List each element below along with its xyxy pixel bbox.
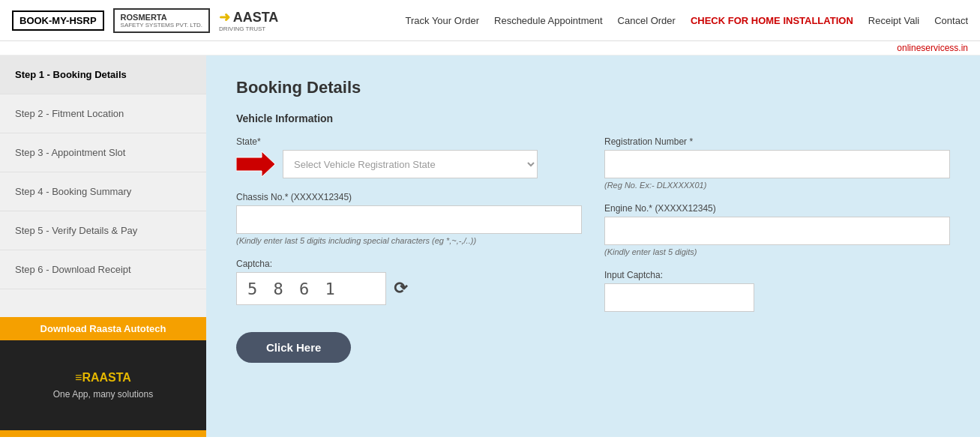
- logo-aasta[interactable]: ➜ AASTA DRIVING TRUST: [219, 9, 278, 32]
- input-captcha-field-group: Input Captcha:: [604, 270, 950, 312]
- logo-aasta-text: AASTA: [233, 10, 279, 25]
- sidebar-ad-tagline: One App, many solutions: [53, 389, 153, 400]
- refresh-captcha-icon[interactable]: ⟳: [394, 279, 407, 298]
- svg-marker-0: [236, 151, 275, 177]
- reg-label: Registration Number *: [604, 136, 950, 147]
- content-area: Booking Details Vehicle Information Stat…: [206, 55, 980, 437]
- engine-label: Engine No.* (XXXXX12345): [604, 203, 950, 214]
- nav-reschedule[interactable]: Reschedule Appointment: [494, 15, 603, 26]
- logo-aasta-sub: DRIVING TRUST: [219, 25, 278, 32]
- engine-hint: (Kindly enter last 5 digits): [604, 247, 950, 256]
- logo-book[interactable]: BOOK-MY-HSRP: [12, 10, 104, 31]
- nav-cancel[interactable]: Cancel Order: [618, 15, 676, 26]
- reg-input[interactable]: [604, 150, 950, 178]
- sidebar-ad-title: Download Raasta Autotech: [0, 317, 206, 340]
- captcha-row: 5 8 6 1 ⟳: [236, 272, 582, 305]
- engine-field-group: Engine No.* (XXXXX12345) (Kindly enter l…: [604, 203, 950, 256]
- form-col-left: State* Select Vehicle Registration State: [236, 136, 582, 363]
- nav-home-install[interactable]: CHECK FOR HOME INSTALLATION: [691, 15, 853, 26]
- sidebar-ad[interactable]: Download Raasta Autotech ≡RAASTA One App…: [0, 317, 206, 437]
- nav-receipt[interactable]: Receipt Vali: [868, 15, 919, 26]
- submit-button[interactable]: Click Here: [236, 332, 351, 363]
- captcha-input[interactable]: [604, 283, 754, 312]
- reg-field-group: Registration Number * (Reg No. Ex:- DLXX…: [604, 136, 950, 190]
- form-grid: State* Select Vehicle Registration State: [236, 136, 950, 363]
- state-row: Select Vehicle Registration State: [236, 150, 582, 178]
- nav-track[interactable]: Track Your Order: [406, 15, 480, 26]
- sidebar: Step 1 - Booking Details Step 2 - Fitmen…: [0, 55, 206, 437]
- sidebar-item-download-receipt[interactable]: Step 6 - Download Receipt: [0, 250, 206, 289]
- state-select[interactable]: Select Vehicle Registration State: [283, 150, 538, 178]
- website-bar: onlineservicess.in: [0, 41, 980, 55]
- chassis-field-group: Chassis No.* (XXXXX12345) (Kindly enter …: [236, 192, 582, 245]
- page-title: Booking Details: [236, 78, 950, 97]
- chassis-label: Chassis No.* (XXXXX12345): [236, 192, 582, 202]
- aasta-arrow-icon: ➜: [219, 10, 230, 25]
- input-captcha-label: Input Captcha:: [604, 270, 950, 280]
- sidebar-ad-logo: ≡RAASTA: [75, 371, 131, 385]
- sidebar-item-verify-pay[interactable]: Step 5 - Verify Details & Pay: [0, 211, 206, 250]
- section-title: Vehicle Information: [236, 112, 950, 124]
- captcha-label: Captcha:: [236, 259, 582, 269]
- website-url: onlineservicess.in: [897, 43, 968, 53]
- header: BOOK-MY-HSRP ROSMERTA SAFETY SYSTEMS PVT…: [0, 0, 980, 41]
- state-label: State*: [236, 136, 582, 147]
- state-field-group: State* Select Vehicle Registration State: [236, 136, 582, 178]
- main-layout: Step 1 - Booking Details Step 2 - Fitmen…: [0, 55, 980, 437]
- arrow-right-icon: [236, 151, 275, 177]
- header-logos: BOOK-MY-HSRP ROSMERTA SAFETY SYSTEMS PVT…: [12, 8, 278, 33]
- captcha-display: 5 8 6 1: [236, 272, 386, 305]
- logo-rosmerta-text: ROSMERTA: [121, 13, 203, 22]
- chassis-hint: (Kindly enter last 5 digits including sp…: [236, 236, 582, 245]
- reg-hint: (Reg No. Ex:- DLXXXXX01): [604, 181, 950, 190]
- engine-input[interactable]: [604, 217, 950, 245]
- logo-rosmerta-sub: SAFETY SYSTEMS PVT. LTD.: [121, 22, 203, 28]
- sidebar-ad-content: ≡RAASTA One App, many solutions: [0, 340, 206, 430]
- nav-contact[interactable]: Contact: [934, 15, 968, 26]
- sidebar-item-fitment-location[interactable]: Step 2 - Fitment Location: [0, 94, 206, 133]
- sidebar-item-booking-details[interactable]: Step 1 - Booking Details: [0, 55, 206, 94]
- logo-rosmerta[interactable]: ROSMERTA SAFETY SYSTEMS PVT. LTD.: [113, 8, 211, 33]
- header-nav: Track Your Order Reschedule Appointment …: [406, 15, 969, 26]
- captcha-field-group: Captcha: 5 8 6 1 ⟳: [236, 259, 582, 305]
- form-col-right: Registration Number * (Reg No. Ex:- DLXX…: [604, 136, 950, 363]
- sidebar-item-appointment-slot[interactable]: Step 3 - Appointment Slot: [0, 133, 206, 172]
- sidebar-item-booking-summary[interactable]: Step 4 - Booking Summary: [0, 172, 206, 211]
- chassis-input[interactable]: [236, 205, 582, 234]
